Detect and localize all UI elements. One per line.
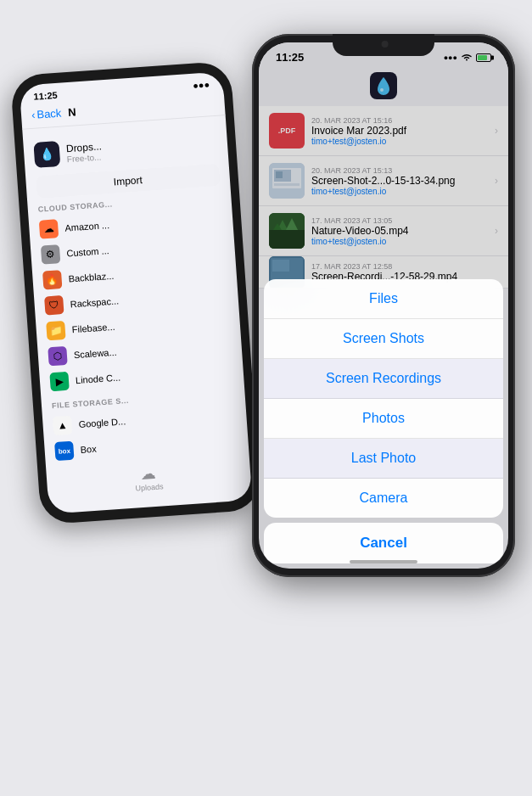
dropzone-app-info: Drops... Free-to...: [65, 140, 103, 164]
back-content: 💧 Drops... Free-to... Import CLOUD STORA…: [22, 115, 252, 507]
scaleway-label: Scalewa...: [74, 347, 117, 361]
scaleway-icon: ⬡: [48, 346, 67, 366]
action-files[interactable]: Files: [264, 279, 503, 319]
back-button[interactable]: ‹ Back: [31, 107, 62, 121]
action-sheet-group: Files Screen Shots Screen Recordings Pho…: [264, 279, 503, 518]
back-nav-title: N: [68, 105, 76, 119]
amazon-label: Amazon ...: [64, 220, 109, 233]
action-cancel[interactable]: Cancel: [264, 523, 503, 563]
action-last-photo[interactable]: Last Photo: [264, 439, 503, 479]
dropzone-app-sub: Free-to...: [66, 152, 103, 164]
google-drive-icon: ▲: [53, 416, 72, 435]
back-status-icons: ●●●: [193, 79, 210, 90]
rackspace-icon: 🛡: [44, 295, 64, 315]
action-camera[interactable]: Camera: [264, 479, 503, 518]
custom-icon: ⚙: [41, 244, 60, 264]
home-indicator: [350, 560, 417, 563]
amazon-icon: ☁: [39, 219, 59, 238]
filebase-icon: 📁: [46, 321, 65, 340]
linode-icon: ▶: [49, 372, 69, 391]
action-photos[interactable]: Photos: [264, 399, 503, 439]
phone-front: 11:25 ●●●: [252, 34, 515, 577]
linode-label: Linode C...: [76, 373, 121, 386]
back-time: 11:25: [33, 90, 58, 102]
phone-back: 11:25 ●●● ‹ Back N 💧 Drops... Free-to...…: [10, 61, 261, 525]
back-screen: 11:25 ●●● ‹ Back N 💧 Drops... Free-to...…: [20, 71, 253, 514]
box-icon: box: [54, 441, 74, 461]
front-camera: [382, 41, 389, 48]
rackspace-label: Rackspac...: [70, 295, 119, 309]
box-label: Box: [80, 444, 97, 455]
google-drive-label: Google D...: [78, 416, 126, 429]
custom-label: Custom ...: [66, 245, 109, 258]
backblaze-label: Backblaz...: [68, 271, 115, 284]
uploads-section: ☁ Uploads: [56, 458, 241, 498]
action-screenshots[interactable]: Screen Shots: [264, 319, 503, 359]
backblaze-icon: 🔥: [42, 270, 62, 289]
front-screen: 11:25 ●●●: [259, 42, 508, 569]
action-sheet: Files Screen Shots Screen Recordings Pho…: [259, 279, 508, 569]
action-screen-recordings[interactable]: Screen Recordings: [264, 359, 503, 399]
dropzone-app-icon: 💧: [33, 141, 60, 168]
filebase-label: Filebase...: [71, 322, 115, 335]
